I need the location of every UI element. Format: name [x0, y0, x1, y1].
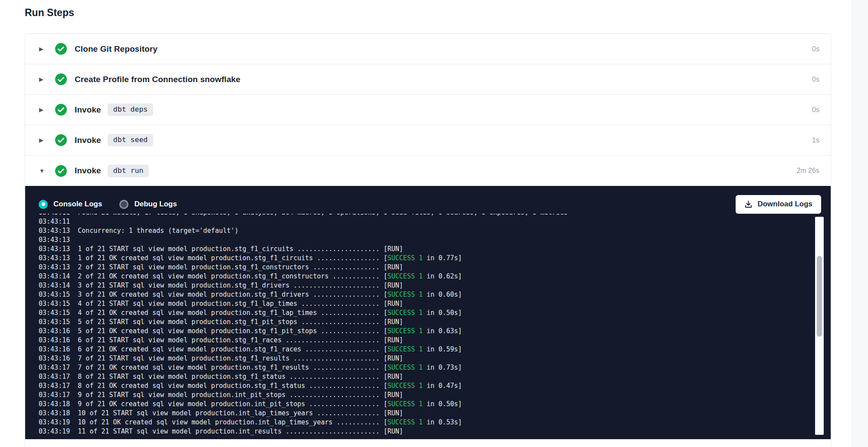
success-check-icon — [55, 165, 67, 177]
step-label: Invoke — [75, 105, 101, 115]
command-badge: dbt run — [108, 165, 149, 177]
step-row-invoke-dbt-run[interactable]: ▼ Invoke dbt run 2m 26s — [25, 156, 831, 186]
log-line: 03:43:18 10 of 21 START sql view model p… — [39, 409, 800, 418]
log-line: 03:43:16 6 of 21 START sql view model pr… — [39, 336, 800, 345]
radio-unselected-icon[interactable] — [119, 200, 128, 209]
download-logs-label: Download Logs — [757, 200, 812, 209]
console-log-output[interactable]: 03:43:11 Found 21 models, 17 tests, 0 sn… — [39, 214, 800, 437]
log-lines: 03:43:11 Found 21 models, 17 tests, 0 sn… — [39, 214, 800, 436]
log-line: 03:43:13 Concurrency: 1 threads (target=… — [39, 226, 800, 235]
page-title: Run Steps — [25, 7, 74, 19]
log-line: 03:43:13 1 of 21 START sql view model pr… — [39, 245, 800, 254]
success-check-icon — [55, 104, 67, 116]
run-steps-page: Run Steps ▶ Clone Git Repository 0s ▶ Cr… — [0, 0, 868, 447]
log-line: 03:43:15 5 of 21 START sql view model pr… — [39, 318, 800, 327]
log-scrollbar-thumb[interactable] — [817, 256, 822, 337]
caret-down-icon[interactable]: ▼ — [39, 168, 46, 174]
step-duration: 1s — [812, 136, 819, 144]
step-duration: 0s — [812, 106, 819, 114]
step-row-create-profile[interactable]: ▶ Create Profile from Connection snowfla… — [25, 64, 831, 95]
log-line: 03:43:19 11 of 21 START sql view model p… — [39, 427, 800, 436]
log-line: 03:43:13 2 of 21 START sql view model pr… — [39, 263, 800, 272]
debug-logs-radio[interactable]: Debug Logs — [119, 200, 177, 209]
log-line: 03:43:15 4 of 21 OK created sql view mod… — [39, 308, 800, 318]
step-label: Create Profile from Connection snowflake — [75, 75, 240, 84]
step-row-invoke-dbt-deps[interactable]: ▶ Invoke dbt deps 0s — [25, 95, 831, 125]
log-line: 03:43:17 9 of 21 START sql view model pr… — [39, 391, 800, 400]
caret-right-icon[interactable]: ▶ — [39, 46, 46, 52]
step-duration: 0s — [812, 45, 819, 53]
log-line: 03:43:18 9 of 21 OK created sql view mod… — [39, 400, 800, 409]
step-duration: 2m 26s — [797, 167, 819, 175]
log-line: 03:43:16 7 of 21 START sql view model pr… — [39, 354, 800, 363]
console-logs-label: Console Logs — [53, 200, 102, 209]
log-line: 03:43:14 3 of 21 START sql view model pr… — [39, 281, 800, 290]
log-line: 03:43:13 1 of 21 OK created sql view mod… — [39, 254, 800, 263]
log-line: 03:43:13 — [39, 235, 800, 245]
log-line: 03:43:19 10 of 21 OK created sql view mo… — [39, 418, 800, 427]
caret-right-icon[interactable]: ▶ — [39, 76, 46, 82]
step-label: Clone Git Repository — [75, 44, 158, 54]
log-panel-header: Console Logs Debug Logs Download Logs — [25, 186, 831, 213]
log-line: 03:43:17 8 of 21 START sql view model pr… — [39, 372, 800, 381]
log-line: 03:43:11 Found 21 models, 17 tests, 0 sn… — [39, 214, 800, 217]
step-duration: 0s — [812, 76, 819, 83]
log-line: 03:43:17 7 of 21 OK created sql view mod… — [39, 363, 800, 372]
log-line: 03:43:16 5 of 21 OK created sql view mod… — [39, 327, 800, 336]
log-line: 03:43:16 6 of 21 OK created sql view mod… — [39, 345, 800, 354]
step-label: Invoke — [75, 166, 101, 175]
log-panel: Console Logs Debug Logs Download Logs 03… — [25, 186, 831, 439]
radio-selected-icon[interactable] — [39, 200, 48, 209]
log-line: 03:43:11 — [39, 217, 800, 226]
log-line: 03:43:17 8 of 21 OK created sql view mod… — [39, 381, 800, 391]
download-logs-button[interactable]: Download Logs — [736, 195, 821, 214]
caret-right-icon[interactable]: ▶ — [39, 107, 46, 113]
log-line: 03:43:14 2 of 21 OK created sql view mod… — [39, 272, 800, 281]
debug-logs-label: Debug Logs — [134, 200, 177, 209]
log-line: 03:43:15 3 of 21 OK created sql view mod… — [39, 290, 800, 299]
log-line: 03:43:15 4 of 21 START sql view model pr… — [39, 299, 800, 308]
caret-right-icon[interactable]: ▶ — [39, 137, 46, 143]
console-logs-radio[interactable]: Console Logs — [39, 200, 102, 209]
page-right-gutter — [852, 0, 868, 447]
success-check-icon — [55, 43, 67, 55]
success-check-icon — [55, 134, 67, 146]
step-label: Invoke — [75, 136, 101, 145]
download-icon — [744, 200, 753, 209]
step-row-invoke-dbt-seed[interactable]: ▶ Invoke dbt seed 1s — [25, 125, 831, 156]
step-row-clone-git-repository[interactable]: ▶ Clone Git Repository 0s — [25, 34, 831, 64]
command-badge: dbt seed — [108, 134, 153, 146]
run-steps-card: ▶ Clone Git Repository 0s ▶ Create Profi… — [25, 33, 831, 447]
log-scrollbar-track[interactable] — [815, 217, 824, 435]
success-check-icon — [55, 73, 67, 85]
command-badge: dbt deps — [108, 103, 153, 116]
